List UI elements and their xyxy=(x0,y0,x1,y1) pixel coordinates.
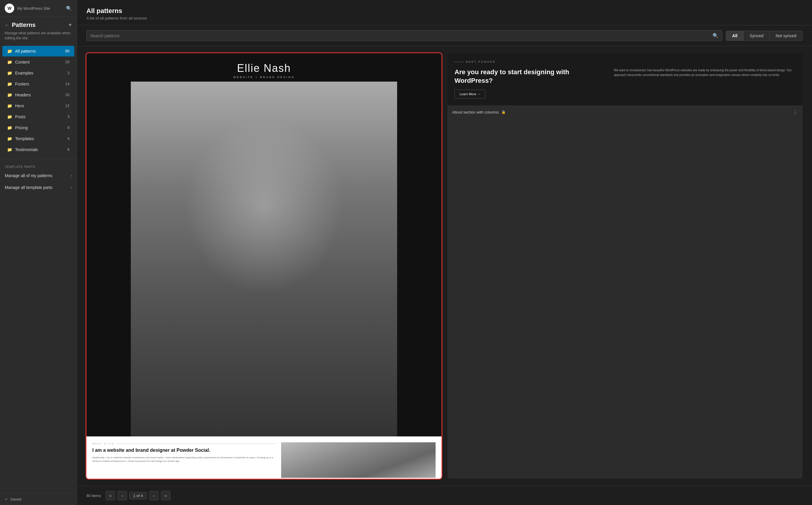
nav-label: Posts xyxy=(15,115,25,119)
nav-count: 14 xyxy=(66,81,70,86)
sidebar-item-hero[interactable]: 📁 Hero 12 xyxy=(2,101,74,111)
nav-label: Templates xyxy=(15,136,34,141)
ellie-name: Ellie Nash xyxy=(92,62,436,74)
section-label: TEMPLATE PARTS xyxy=(0,163,77,170)
learn-more-button[interactable]: Learn More → xyxy=(455,90,485,99)
sidebar-item-posts[interactable]: 📁 Posts 3 xyxy=(2,112,74,122)
folder-icon: 📁 xyxy=(7,136,12,141)
add-pattern-button[interactable]: + xyxy=(68,22,72,28)
nav-label: Headers xyxy=(15,93,31,97)
sidebar-item-headers[interactable]: 📁 Headers 10 xyxy=(2,90,74,100)
meet-powder-label: MEET POWDER xyxy=(455,60,795,63)
manage-templates-link[interactable]: Manage all template parts › xyxy=(0,182,77,193)
nav-label: Hero xyxy=(15,104,24,108)
nav-count: 3 xyxy=(68,115,70,119)
folder-icon: 📁 xyxy=(7,93,12,97)
search-filter-bar: 🔍 AllSyncedNot synced xyxy=(77,25,812,46)
about-heading: Are you ready to start designing with Wo… xyxy=(455,68,608,85)
nav-label: Footers xyxy=(15,81,29,86)
about-body: We want to revolutionize how beautiful W… xyxy=(614,68,795,77)
pattern-preview: MEET POWDER Are you ready to start desig… xyxy=(447,53,803,106)
pattern-card-label: About section with columns 🔒 ⋮ xyxy=(447,106,803,118)
ellie-photo xyxy=(131,81,397,437)
sidebar-item-templates[interactable]: 📁 Templates 4 xyxy=(2,133,74,144)
last-page-button[interactable]: » xyxy=(161,491,170,500)
sidebar-top: W My WordPress Site 🔍 xyxy=(0,0,77,17)
filter-tabs: AllSyncedNot synced xyxy=(726,31,803,41)
chevron-right-icon: › xyxy=(71,174,72,178)
filter-tab-not-synced[interactable]: Not synced xyxy=(770,31,802,40)
patterns-header: ← Patterns + xyxy=(0,17,77,31)
nav-label: Pricing xyxy=(15,125,28,130)
search-input[interactable] xyxy=(90,33,710,38)
pattern-preview: Ellie Nash WEBSITE + BRAND DESIGN MEET E… xyxy=(86,53,442,479)
pattern-label: About section with columns xyxy=(452,110,499,115)
sidebar-item-content[interactable]: 📁 Content 20 xyxy=(2,57,74,67)
meet-ellie-label: MEET ELLIE xyxy=(92,442,276,445)
folder-icon: 📁 xyxy=(7,60,12,64)
nav-count: 12 xyxy=(66,104,70,108)
filter-tab-synced[interactable]: Synced xyxy=(744,31,770,40)
sidebar-item-testimonials[interactable]: 📁 Testimonials 6 xyxy=(2,144,74,155)
sidebar-item-all-patterns[interactable]: 📁 All patterns 80 xyxy=(2,46,74,56)
folder-icon: 📁 xyxy=(7,147,12,152)
search-icon: 🔍 xyxy=(713,33,718,38)
items-count: 80 items xyxy=(86,493,101,498)
folder-icon: 📁 xyxy=(7,71,12,75)
nav-count: 4 xyxy=(68,136,70,141)
nav-label: Examples xyxy=(15,71,33,75)
divider xyxy=(0,159,77,159)
sidebar: W My WordPress Site 🔍 ← Patterns + Manag… xyxy=(0,0,77,505)
nav-list: 📁 All patterns 80 📁 Content 20 📁 Example… xyxy=(0,45,77,155)
ellie-side-photo xyxy=(281,442,436,478)
saved-status: ✓ Saved xyxy=(0,493,77,505)
pattern-menu-button[interactable]: ⋮ xyxy=(793,110,798,115)
prev-page-button[interactable]: ‹ xyxy=(117,491,127,500)
pattern-card-about-section[interactable]: MEET POWDER Are you ready to start desig… xyxy=(447,53,803,479)
folder-icon: 📁 xyxy=(7,49,12,53)
sidebar-item-footers[interactable]: 📁 Footers 14 xyxy=(2,78,74,89)
page-subtitle: A list of all patterns from all sources xyxy=(86,16,803,20)
back-button[interactable]: ← xyxy=(5,22,9,28)
wp-logo: W xyxy=(5,4,14,13)
nav-label: Content xyxy=(15,60,30,64)
ellie-body: Additionally, I am a masterful website e… xyxy=(92,456,276,463)
main-content: All patterns A list of all patterns from… xyxy=(77,0,812,505)
folder-icon: 📁 xyxy=(7,115,12,119)
pagination: 80 items « ‹ 1 of 4 › » xyxy=(77,486,812,505)
nav-count: 6 xyxy=(68,147,70,152)
site-name: My WordPress Site xyxy=(17,6,63,11)
folder-icon: 📁 xyxy=(7,104,12,108)
folder-icon: 📁 xyxy=(7,125,12,130)
sidebar-item-pricing[interactable]: 📁 Pricing 8 xyxy=(2,122,74,133)
first-page-button[interactable]: « xyxy=(106,491,115,500)
folder-icon: 📁 xyxy=(7,81,12,86)
chevron-right-icon: › xyxy=(71,185,72,189)
filter-tab-all[interactable]: All xyxy=(726,31,744,40)
nav-count: 80 xyxy=(66,49,70,53)
sidebar-title: Patterns xyxy=(12,22,35,28)
nav-count: 2 xyxy=(68,71,70,75)
sidebar-description: Manage what patterns are available when … xyxy=(0,31,77,45)
ellie-headline: I am a website and brand designer at Pow… xyxy=(92,447,276,454)
nav-count: 20 xyxy=(66,60,70,64)
manage-patterns-link[interactable]: Manage all of my patterns › xyxy=(0,170,77,182)
patterns-grid: Ellie Nash WEBSITE + BRAND DESIGN MEET E… xyxy=(77,46,812,486)
pattern-card-ellie-nash[interactable]: Ellie Nash WEBSITE + BRAND DESIGN MEET E… xyxy=(86,53,442,479)
nav-label: All patterns xyxy=(15,49,36,53)
sidebar-item-examples[interactable]: 📁 Examples 2 xyxy=(2,68,74,78)
current-page: 1 of 4 xyxy=(129,492,147,499)
page-title: All patterns xyxy=(86,7,803,15)
main-header: All patterns A list of all patterns from… xyxy=(77,0,812,25)
nav-count: 8 xyxy=(68,125,70,130)
nav-count: 10 xyxy=(66,93,70,97)
next-page-button[interactable]: › xyxy=(149,491,158,500)
lock-icon: 🔒 xyxy=(501,110,506,114)
ellie-tagline: WEBSITE + BRAND DESIGN xyxy=(92,76,436,78)
nav-label: Testimonials xyxy=(15,147,38,152)
search-icon[interactable]: 🔍 xyxy=(66,6,72,11)
search-container: 🔍 xyxy=(86,30,722,41)
